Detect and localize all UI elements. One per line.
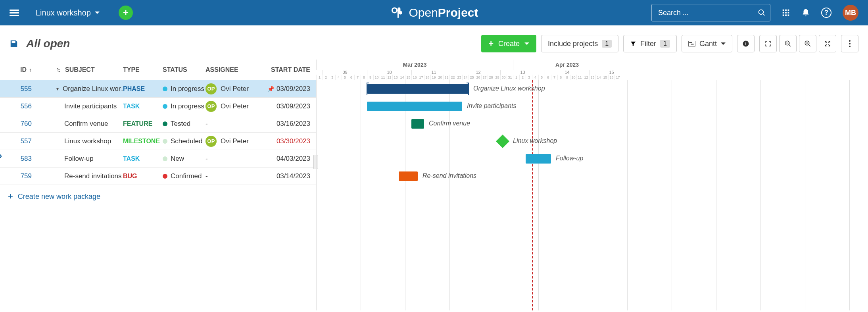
project-selector[interactable]: Linux workshop (36, 8, 100, 17)
row-id[interactable]: 583 (0, 155, 36, 163)
gantt-bar-label: Linux workshop (513, 137, 557, 144)
day-label: 10 (373, 75, 380, 80)
brand-logo[interactable]: OpenProject (390, 6, 478, 20)
col-header-type[interactable]: TYPE (123, 66, 163, 73)
include-projects-button[interactable]: Include projects 1 (541, 35, 618, 52)
row-type: FEATURE (123, 120, 163, 128)
save-icon[interactable] (10, 39, 18, 48)
gantt-bar[interactable] (411, 119, 424, 129)
start-date: 03/16/2023 (277, 120, 310, 127)
row-subject[interactable]: Follow-up (36, 155, 123, 163)
col-header-subject[interactable]: SUBJECT (36, 66, 123, 73)
gantt-bar-label: Follow-up (556, 155, 583, 162)
day-label: 22 (449, 75, 456, 80)
assignee-avatar: OP (205, 136, 217, 147)
row-id[interactable]: 556 (0, 102, 36, 110)
zoom-out-button[interactable] (779, 35, 797, 52)
help-icon[interactable]: ? (821, 8, 832, 18)
gantt-bar[interactable] (367, 84, 469, 94)
row-date: 03/14/2023 (266, 172, 316, 180)
table-header-row: ID↑ SUBJECT TYPE STATUS ASSIGNEE START D… (0, 60, 316, 80)
row-subject[interactable]: ▾ Organize Linux wor… (36, 85, 123, 93)
day-label: 6 (348, 75, 354, 80)
row-type: BUG (123, 172, 163, 180)
table-row[interactable]: 556Invite participantsTASKIn progressOPO… (0, 98, 316, 115)
gantt-bar[interactable] (526, 154, 551, 164)
subject-text: Linux workshop (64, 137, 111, 145)
zoom-auto-button[interactable] (819, 35, 836, 52)
table-row[interactable]: 555▾ Organize Linux wor…PHASEIn progress… (0, 80, 316, 98)
day-label: 6 (545, 75, 551, 80)
assignee-avatar: OP (205, 101, 217, 112)
caret-down-icon (95, 12, 100, 14)
gantt-row: Organize Linux workshop (316, 80, 868, 98)
zoom-in-icon (804, 40, 811, 47)
assignee-name: - (205, 120, 208, 127)
row-id[interactable]: 555 (0, 85, 36, 93)
col-header-startdate[interactable]: START DATE (266, 66, 316, 73)
gantt-chart[interactable]: Mar 2023Apr 2023091011121314151234567891… (316, 60, 868, 310)
row-assignee: OPOvi Peter (205, 83, 266, 94)
gantt-bar-label: Organize Linux workshop (473, 85, 545, 92)
table-body: 555▾ Organize Linux wor…PHASEIn progress… (0, 80, 316, 185)
info-icon: i (742, 40, 749, 47)
table-row[interactable]: 583Follow-upTASKNew-04/03/2023 (0, 150, 316, 168)
row-subject[interactable]: Invite participants (36, 102, 123, 110)
plus-icon: + (8, 191, 13, 202)
modules-icon[interactable] (782, 8, 790, 17)
global-add-button[interactable]: + (119, 6, 133, 20)
start-date: 04/03/2023 (277, 155, 310, 162)
gantt-row: Re-send invitations (316, 168, 868, 185)
col-header-status[interactable]: STATUS (163, 66, 205, 73)
row-subject[interactable]: Re-send invitations (36, 172, 123, 180)
caret-down-icon (721, 42, 726, 45)
row-type: TASK (123, 102, 163, 110)
create-work-package-link[interactable]: + Create new work package (0, 185, 316, 208)
bell-icon[interactable] (801, 8, 810, 17)
gantt-bar-label: Invite participants (467, 102, 517, 110)
hamburger-icon[interactable] (10, 8, 19, 17)
row-subject[interactable]: Confirm venue (36, 120, 123, 128)
fullscreen-icon (765, 40, 771, 47)
day-label: 28 (488, 75, 494, 80)
day-label: 16 (608, 75, 615, 80)
user-avatar[interactable]: MB (843, 5, 858, 21)
zoom-in-button[interactable] (799, 35, 816, 52)
col-header-assignee[interactable]: ASSIGNEE (205, 66, 266, 73)
gantt-bar[interactable] (399, 171, 418, 181)
create-button[interactable]: + Create (481, 35, 536, 52)
gantt-bar[interactable] (367, 102, 462, 111)
gantt-milestone[interactable] (496, 135, 509, 148)
gantt-timeline-header: Mar 2023Apr 2023091011121314151234567891… (316, 60, 868, 80)
row-status: New (163, 155, 205, 163)
table-row[interactable]: 759Re-send invitationsBUGConfirmed-03/14… (0, 168, 316, 185)
table-row[interactable]: 557Linux workshopMILESTONEScheduledOPOvi… (0, 133, 316, 150)
row-id[interactable]: 557 (0, 137, 36, 145)
row-id[interactable]: 760 (0, 120, 36, 128)
day-label: 5 (342, 75, 348, 80)
day-label: 11 (380, 75, 386, 80)
filter-button[interactable]: Filter 1 (623, 35, 677, 52)
day-label: 2 (323, 75, 329, 80)
caret-down-icon (524, 42, 529, 45)
gantt-row: Invite participants (316, 98, 868, 115)
col-header-id[interactable]: ID↑ (0, 66, 36, 73)
search-input[interactable] (651, 4, 770, 21)
row-subject[interactable]: Linux workshop (36, 137, 123, 145)
info-button[interactable]: i (737, 35, 755, 52)
table-row[interactable]: 760Confirm venueFEATURETested-03/16/2023 (0, 115, 316, 133)
start-date: 03/30/2023 (277, 137, 310, 145)
global-search[interactable] (651, 4, 770, 21)
fullscreen-button[interactable] (759, 35, 777, 52)
row-id[interactable]: 759 (0, 172, 36, 180)
day-label: 4 (335, 75, 342, 80)
more-menu-button[interactable] (841, 35, 858, 52)
day-label: 11 (576, 75, 583, 80)
gantt-row: Linux workshop (316, 133, 868, 150)
collapse-icon[interactable]: ▾ (56, 86, 59, 92)
subject-text: Re-send invitations (64, 172, 122, 180)
gantt-toggle[interactable]: Gantt (682, 35, 732, 52)
week-label: 10 (367, 70, 411, 75)
plus-icon: + (488, 39, 494, 49)
openproject-icon (390, 6, 404, 20)
